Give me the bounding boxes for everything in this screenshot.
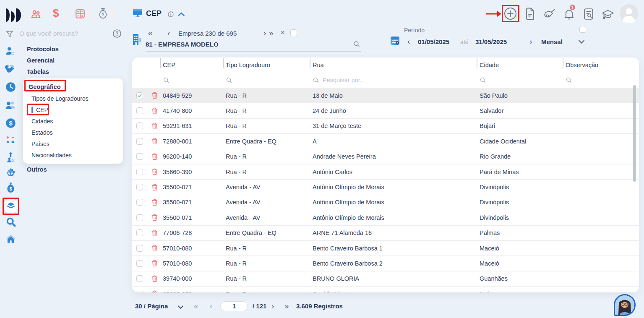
company-clear-button[interactable]: × [281,29,285,36]
row-checkbox[interactable] [136,275,143,282]
delete-row-button[interactable] [148,153,161,160]
company-search-icon[interactable] [353,40,360,48]
financial-module-icon[interactable]: $ [53,7,59,20]
chat-assistant-avatar[interactable] [614,294,636,316]
filter-observacao[interactable] [563,77,639,83]
delete-row-button[interactable] [148,260,161,267]
table-row[interactable]: 41740-800 Rua - R 24 de Junho Salvador [132,103,639,118]
search-tool-icon[interactable] [5,216,17,228]
delete-row-button[interactable] [148,138,161,145]
pagination-prev-button[interactable]: ‹ [210,302,212,310]
calendar-icon[interactable] [390,35,400,46]
handshake-icon[interactable] [4,63,16,74]
page-size-chevron-down-icon[interactable] [177,305,184,309]
moneybag-blue-icon[interactable]: $ [5,182,16,194]
table-row[interactable]: 35500-071 Avenida - AV Antônio Olímpio d… [132,210,639,225]
row-checkbox[interactable] [136,291,143,292]
sidebar-item-outros[interactable]: Outros [27,166,47,173]
sidebar-item-tabelas[interactable]: Tabelas [27,68,49,75]
submenu-item-estados[interactable]: Estados [23,127,123,138]
training-graduation-icon[interactable] [602,9,614,20]
table-row[interactable]: 57010-080 Rua - R Bento Craveiro Barbosa… [132,240,639,255]
person-settings-icon[interactable] [5,45,16,57]
user-avatar[interactable] [620,4,638,23]
delete-row-button[interactable] [148,123,161,130]
sidebar-item-protocolos[interactable]: Protocolos [27,46,59,52]
home-icon[interactable] [5,233,16,244]
filter-icon[interactable] [5,29,14,39]
company-prev-button[interactable]: ‹ [167,29,170,37]
broom-icon[interactable] [543,8,556,20]
submenu-item-paises[interactable]: Países [23,138,123,149]
document-icon[interactable] [525,8,535,20]
row-checkbox[interactable] [136,199,143,206]
collapse-chevron-up-icon[interactable] [177,12,185,17]
delete-row-button[interactable] [148,92,161,99]
row-checkbox[interactable] [136,169,143,175]
rua-search-input[interactable] [323,77,386,83]
column-header-rua[interactable]: Rua [310,62,477,68]
pagination-last-button[interactable]: » [284,302,289,310]
sidebar-item-gerencial[interactable]: Gerencial [27,57,55,64]
submenu-item-geografico[interactable]: Geográfico [23,82,123,93]
table-row[interactable]: 35500-071 Avenida - AV Antônio Olímpio d… [132,195,639,210]
table-row[interactable]: 72880-001 Entre Quadra - EQ A Cidade Oci… [132,133,639,149]
row-checkbox[interactable] [136,260,143,267]
info-icon[interactable] [167,11,174,18]
person-growth-icon[interactable] [5,151,16,163]
filter-cidade[interactable] [477,77,563,83]
delete-row-button[interactable] [148,184,161,191]
column-header-tipo-logradouro[interactable]: Tipo Logradouro [224,62,310,68]
period-start-date[interactable]: 01/05/2025 [418,38,449,45]
column-header-cep[interactable]: CEP [161,62,224,68]
row-checkbox[interactable] [136,229,143,236]
period-next-button[interactable]: › [529,37,532,45]
table-row[interactable]: 96200-140 Rua - R Andrade Neves Pereira … [132,149,639,164]
company-next-button[interactable]: › [263,29,266,37]
table-row[interactable]: 35500-071 Avenida - AV Antônio Olímpio d… [132,179,639,194]
audit-search-icon[interactable] [583,8,594,20]
filter-cep[interactable] [161,77,224,83]
row-checkbox[interactable] [136,92,143,99]
help-icon[interactable] [112,29,122,39]
row-checkbox[interactable] [136,138,143,145]
sidebar-search-input[interactable] [19,30,99,37]
table-row[interactable]: 57010-080 Rua - R Bento Craveiro Barbosa… [132,255,639,271]
column-header-observacao[interactable]: Observação [563,62,639,68]
filter-tipo-logradouro[interactable] [224,77,310,83]
clock-icon[interactable] [5,81,16,93]
row-checkbox[interactable] [136,214,143,221]
row-checkbox[interactable] [136,184,143,190]
period-end-date[interactable]: 31/05/2025 [475,38,507,45]
pagination-first-button[interactable]: « [194,302,198,310]
table-row[interactable]: 59291-631 Rua - R 31 de Março teste Buja… [132,118,639,133]
table-row[interactable]: 77006-728 Entre Quadra - EQ ARNE 71 Alam… [132,225,639,240]
delete-row-button[interactable] [148,214,161,221]
company-checkbox[interactable] [290,29,297,36]
table-row[interactable]: 35660-390 Rua - R Antônio Carlos Pará de… [132,164,639,179]
submenu-item-cep[interactable]: CEP [23,104,123,115]
period-prev-button[interactable]: ‹ [407,37,410,45]
column-header-cidade[interactable]: Cidade [477,62,563,68]
submenu-item-nacionalidades[interactable]: Nacionalidades [23,149,123,161]
delete-row-button[interactable] [148,229,161,237]
row-checkbox[interactable] [136,153,143,160]
period-checkbox[interactable] [579,26,586,33]
table-row[interactable]: 35680-050 Rua - R Capitão Vicente Itaúna [132,286,639,292]
page-size-select[interactable]: 30 / Página [135,302,168,310]
delete-row-button[interactable] [148,245,161,252]
period-mode-chevron-down-icon[interactable] [578,39,585,44]
calculator-module-icon[interactable] [75,8,86,19]
company-first-button[interactable]: « [148,29,153,37]
settings-gear-icon[interactable] [5,167,16,179]
delete-row-button[interactable] [148,275,161,282]
people-icon[interactable] [5,100,16,111]
table-row[interactable]: 04849-529 Rua - R 13 de Maio São Paulo [132,88,639,103]
page-number-input[interactable] [220,301,248,311]
math-operations-icon[interactable] [5,134,16,145]
delete-row-button[interactable] [148,107,161,115]
row-checkbox[interactable] [136,123,143,129]
table-row[interactable]: 39740-000 Rua - R BRUNO GLORIA Guanhães [132,271,639,286]
submenu-item-cidades[interactable]: Cidades [23,115,123,127]
company-last-button[interactable]: » [269,29,274,37]
